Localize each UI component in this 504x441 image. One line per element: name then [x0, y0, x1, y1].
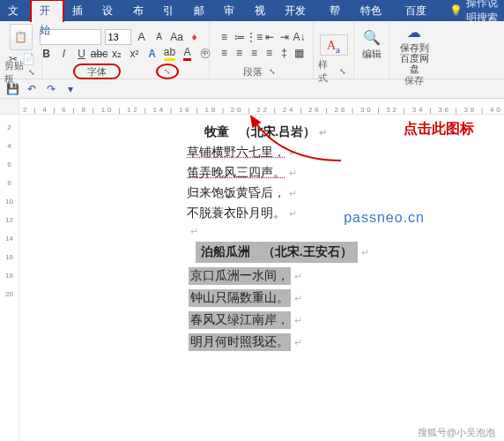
- align-right-button[interactable]: ≡: [248, 46, 262, 60]
- poem2-title-b: （北宋.王安石）: [263, 245, 352, 258]
- group-styles-label: 样式 ⤡: [318, 65, 349, 78]
- clipboard-icon: 📋: [14, 31, 27, 43]
- text-effects-button[interactable]: A: [145, 47, 159, 61]
- tab-layout[interactable]: 布局: [125, 0, 155, 21]
- italic-button[interactable]: I: [57, 47, 71, 61]
- tab-home[interactable]: 开始: [30, 0, 63, 22]
- tab-file[interactable]: 文件: [0, 0, 30, 21]
- bold-button[interactable]: B: [40, 47, 54, 61]
- highlight-icon: ab: [164, 46, 175, 61]
- decrease-indent-button[interactable]: ⇤: [263, 30, 277, 44]
- poem2-line-2: 钟山只隔数重山。↵: [189, 289, 451, 307]
- group-paragraph: ≡ ≔ ⋮≡ ⇤ ⇥ A↓ ≡ ≡ ≡ ≡ ‡ ▦ 段落 ⤡: [210, 21, 314, 78]
- poem2-title-a: 泊船瓜洲: [201, 245, 250, 258]
- numbering-button[interactable]: ≔: [233, 30, 247, 44]
- justify-button[interactable]: ≡: [263, 46, 277, 60]
- sort-button[interactable]: A↓: [293, 30, 307, 44]
- document-body: 牧童 （北宋.吕岩） ↵ 草铺横野六七里，↵ 笛弄晚风三四声。↵ 归来饱饭黄昏后…: [72, 124, 451, 351]
- tab-insert[interactable]: 插入: [64, 0, 94, 21]
- poem2-line-1: 京口瓜洲一水间，↵: [189, 267, 451, 285]
- poem2-title: 泊船瓜洲 （北宋.王安石） ↵: [196, 242, 451, 263]
- group-editing: 🔍 编辑: [354, 21, 389, 78]
- quick-access-toolbar: 💾 ↶ ↷ ▾: [0, 79, 504, 99]
- ruler-corner: [0, 99, 19, 114]
- subscript-button[interactable]: x₂: [110, 47, 124, 61]
- superscript-button[interactable]: x²: [128, 47, 142, 61]
- tab-developer[interactable]: 开发工具: [277, 0, 322, 21]
- styles-gallery[interactable]: Aa: [320, 34, 348, 56]
- workspace: 2 4 6 8 10 12 14 16 18 20 点击此图标 牧童 （北宋.吕…: [0, 115, 504, 441]
- para-mark-icon: ↵: [319, 127, 327, 138]
- group-styles: Aa 样式 ⤡: [314, 21, 354, 78]
- annotation-callout: 点击此图标: [404, 120, 474, 138]
- underline-button[interactable]: U: [75, 47, 89, 61]
- paste-button[interactable]: 📋: [10, 24, 33, 50]
- empty-para: ↵: [187, 226, 451, 237]
- qat-redo-button[interactable]: ↷: [44, 82, 58, 96]
- change-case-button[interactable]: Aa: [170, 30, 184, 44]
- font-color-button[interactable]: A: [181, 47, 195, 61]
- align-center-button[interactable]: ≡: [233, 46, 247, 60]
- clipboard-launcher-icon[interactable]: ⤡: [27, 65, 37, 79]
- poem1-line-3: 归来饱饭黄昏后，↵: [187, 185, 451, 201]
- group-font: A A Aa ♦ B I U abc x₂ x² A ab A ㊥ 字体 ⤡: [42, 21, 210, 78]
- multilevel-button[interactable]: ⋮≡: [248, 30, 262, 44]
- clear-format-button[interactable]: ♦: [188, 30, 202, 44]
- styles-launcher-icon[interactable]: ⤡: [337, 64, 349, 78]
- shading-button[interactable]: ▦: [293, 46, 307, 60]
- font-size-input[interactable]: [105, 29, 131, 45]
- clipboard-label-text: 剪贴板: [4, 59, 25, 86]
- ribbon: 📋 ✂ 📄 剪贴板 ⤡ A A Aa ♦ B I: [0, 21, 504, 79]
- circle-char-icon: ㊥: [200, 46, 211, 61]
- shrink-font-button[interactable]: A: [152, 30, 167, 44]
- tab-design[interactable]: 设计: [94, 0, 124, 21]
- font-dialog-launcher[interactable]: ⤡: [156, 64, 179, 79]
- tab-help[interactable]: 帮助: [322, 0, 352, 21]
- horizontal-ruler[interactable]: 2 | 4 | 6 | 8 | 10 | 12 | 14 | 16 | 18 |…: [19, 99, 504, 114]
- paragraph-label-text: 段落: [243, 65, 263, 78]
- redo-icon: ↷: [47, 83, 56, 95]
- tab-mailings[interactable]: 邮件: [186, 0, 216, 21]
- lightbulb-icon: 💡: [449, 4, 463, 17]
- ruler-bar: 2 | 4 | 6 | 8 | 10 | 12 | 14 | 16 | 18 |…: [0, 99, 504, 115]
- poem2-line-3: 春风又绿江南岸，↵: [189, 311, 451, 329]
- selection-block: 泊船瓜洲 （北宋.王安石） ↵ 京口瓜洲一水间，↵ 钟山只隔数重山。↵ 春风又绿…: [169, 242, 451, 351]
- watermark-text: passneo.cn: [344, 210, 425, 226]
- highlight-button[interactable]: ab: [163, 47, 177, 61]
- tab-special[interactable]: 特色功能: [352, 0, 397, 21]
- tab-view[interactable]: 视图: [247, 0, 277, 21]
- vertical-ruler[interactable]: 2 4 6 8 10 12 14 16 18 20: [0, 115, 19, 441]
- tab-review[interactable]: 审阅: [216, 0, 246, 21]
- strike-button[interactable]: abc: [93, 47, 107, 61]
- font-color-icon: A: [183, 46, 190, 61]
- font-group-label: 字体: [73, 64, 121, 79]
- poem1-line-1: 草铺横野六七里，↵: [187, 145, 451, 161]
- image-credit: 搜狐号@小吴泡泡: [414, 425, 499, 440]
- group-clipboard: 📋 ✂ 📄 剪贴板 ⤡: [0, 21, 42, 78]
- qat-customize-button[interactable]: ▾: [63, 82, 78, 96]
- group-save: ☁ 保存到百度网盘 保存: [389, 21, 439, 78]
- find-icon: 🔍: [363, 29, 381, 46]
- styles-label-text: 样式: [318, 58, 335, 85]
- increase-indent-button[interactable]: ⇥: [278, 30, 292, 44]
- qat-undo-button[interactable]: ↶: [25, 82, 39, 96]
- group-clipboard-label: 剪贴板 ⤡: [4, 66, 37, 78]
- align-left-button[interactable]: ≡: [218, 46, 232, 60]
- chevron-down-icon: ▾: [68, 83, 73, 95]
- document-page[interactable]: 点击此图标 牧童 （北宋.吕岩） ↵ 草铺横野六七里，↵ 笛弄晚风三四声。↵ 归…: [19, 115, 504, 441]
- save-baidu-button[interactable]: ☁ 保存到百度网盘: [394, 24, 434, 74]
- find-button[interactable]: 🔍 编辑: [359, 29, 384, 61]
- group-save-label: 保存: [404, 74, 424, 86]
- grow-font-button[interactable]: A: [135, 30, 149, 44]
- poem2-line-4: 明月何时照我还。↵: [189, 333, 451, 351]
- bullets-button[interactable]: ≡: [218, 30, 232, 44]
- tab-baidu[interactable]: 百度网盘: [397, 0, 442, 21]
- cloud-save-icon: ☁: [407, 24, 421, 41]
- poem1-title-a: 牧童: [204, 124, 229, 140]
- paragraph-launcher-icon[interactable]: ⤡: [265, 64, 279, 78]
- poem1-title-b: （北宋.吕岩）: [239, 124, 316, 140]
- tab-references[interactable]: 引用: [155, 0, 185, 21]
- group-font-label-row: 字体 ⤡: [73, 65, 179, 78]
- line-spacing-button[interactable]: ‡: [278, 46, 292, 60]
- editing-label-text: 编辑: [362, 48, 382, 61]
